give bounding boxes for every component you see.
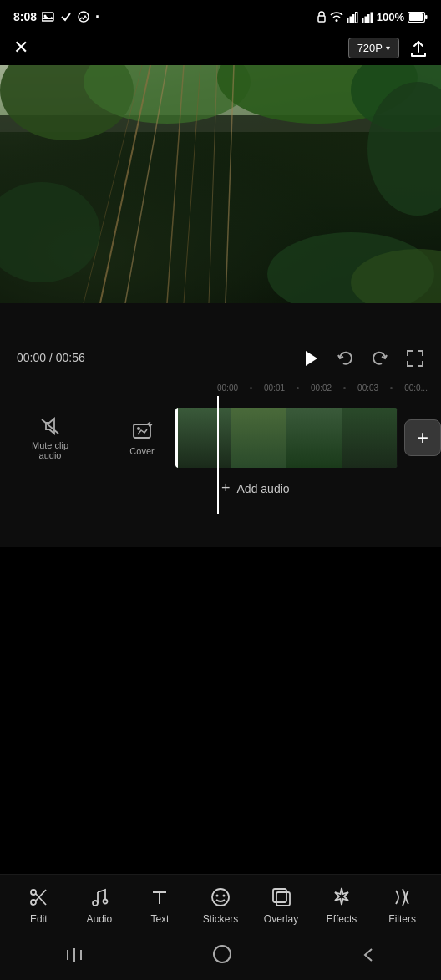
toolbar-item-stickers[interactable]: Stickers	[195, 886, 246, 925]
filters-icon	[392, 886, 413, 908]
status-bar: 8:08 · 100%	[0, 0, 441, 30]
strip-frame-2	[231, 408, 287, 468]
svg-rect-8	[362, 18, 364, 23]
svg-rect-3	[318, 16, 325, 22]
fullscreen-button[interactable]	[406, 348, 424, 368]
nav-back-button[interactable]	[360, 945, 377, 964]
svg-rect-49	[276, 892, 290, 906]
svg-point-40	[93, 901, 98, 906]
playhead	[217, 396, 219, 514]
svg-point-47	[222, 895, 225, 897]
add-clip-button[interactable]: +	[404, 419, 441, 456]
timeline-track: Mute clip audio Cover + + Ad	[0, 396, 441, 514]
lock-icon	[317, 11, 327, 23]
mute-tool[interactable]: Mute clip audio	[0, 415, 100, 460]
svg-point-42	[103, 900, 107, 904]
svg-rect-7	[355, 12, 357, 23]
add-audio-row: + Add audio	[0, 471, 441, 505]
play-icon	[301, 349, 319, 368]
undo-icon	[336, 349, 354, 368]
effects-icon	[331, 886, 352, 908]
gallery-icon	[42, 11, 55, 23]
undo-button[interactable]	[336, 348, 354, 368]
nav-bar	[0, 933, 441, 980]
audio-icon	[89, 886, 110, 908]
strip-start-marker	[175, 408, 178, 468]
cover-tool[interactable]: Cover	[109, 419, 175, 456]
video-strip[interactable]	[175, 408, 398, 468]
svg-rect-10	[368, 14, 370, 23]
svg-rect-13	[409, 13, 423, 21]
redo-button[interactable]	[371, 348, 389, 368]
toolbar-item-effects[interactable]: Effects	[317, 886, 367, 925]
svg-point-53	[214, 946, 231, 962]
toolbar-item-edit[interactable]: Edit	[13, 886, 63, 925]
check-icon	[60, 11, 72, 23]
upload-button[interactable]	[409, 38, 428, 58]
status-time: 8:08 ·	[13, 9, 99, 24]
svg-marker-32	[306, 351, 317, 366]
overlay-icon	[271, 886, 292, 908]
spacer	[0, 303, 441, 337]
strip-frame-1	[175, 408, 231, 468]
video-preview	[0, 65, 441, 303]
signal-icon-2	[362, 12, 373, 23]
jungle-overlay	[0, 65, 441, 303]
signal-icon	[347, 12, 358, 23]
cover-icon	[130, 419, 154, 443]
upload-icon	[409, 39, 428, 58]
mute-icon	[39, 415, 61, 437]
redo-icon	[371, 349, 389, 368]
nav-home-icon	[64, 947, 84, 963]
svg-rect-4	[347, 18, 349, 23]
toolbar-item-text[interactable]: Text	[134, 886, 185, 925]
controls-bar: 00:00 / 00:56	[0, 337, 441, 378]
strip-frame-3	[286, 408, 342, 468]
nav-circle-button[interactable]	[212, 944, 232, 965]
add-audio-button[interactable]: + Add audio	[221, 480, 290, 497]
status-right: 100%	[317, 11, 428, 23]
bottom-toolbar: Edit Audio Text Stickers	[0, 874, 441, 933]
wifi-icon	[330, 12, 343, 22]
svg-rect-0	[42, 13, 53, 21]
svg-rect-5	[349, 16, 352, 23]
nav-home-button[interactable]	[64, 945, 84, 964]
play-button[interactable]	[301, 347, 319, 368]
toolbar-item-filters[interactable]: Filters	[378, 886, 428, 925]
mid-spacer	[0, 514, 441, 547]
svg-rect-14	[425, 15, 428, 19]
fullscreen-icon	[406, 349, 424, 368]
svg-rect-11	[370, 12, 373, 23]
playback-controls	[301, 347, 424, 368]
svg-point-2	[79, 12, 89, 22]
video-frame	[0, 65, 441, 303]
text-icon	[149, 886, 170, 908]
nav-back-icon	[360, 947, 377, 963]
scissors-icon	[28, 886, 49, 908]
time-display: 00:00 / 00:56	[17, 351, 85, 364]
svg-point-45	[212, 889, 229, 906]
close-button[interactable]: ✕	[13, 37, 28, 58]
svg-point-46	[215, 895, 218, 897]
video-track-row: Mute clip audio Cover +	[0, 404, 441, 471]
toolbar-item-overlay[interactable]: Overlay	[256, 886, 307, 925]
nav-circle-icon	[212, 944, 232, 964]
svg-point-35	[137, 427, 140, 430]
quality-button[interactable]: 720P ▾	[348, 38, 399, 58]
battery-icon	[408, 12, 428, 23]
timeline-ruler: 00:00 00:01 00:02 00:03 00:0...	[0, 378, 441, 396]
messenger-icon	[77, 11, 90, 23]
toolbar-item-audio[interactable]: Audio	[74, 886, 124, 925]
svg-rect-6	[352, 14, 355, 23]
stickers-icon	[210, 886, 231, 908]
strip-frame-4	[342, 408, 398, 468]
top-bar: ✕ 720P ▾	[0, 30, 441, 65]
svg-rect-9	[364, 16, 367, 23]
svg-rect-48	[273, 889, 286, 902]
